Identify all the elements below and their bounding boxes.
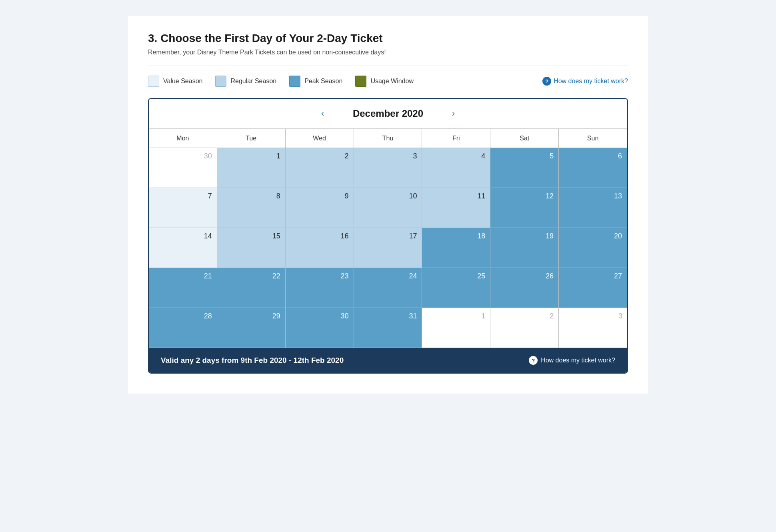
calendar-month-title: December 2020 bbox=[344, 108, 432, 119]
day-cell[interactable]: 10 bbox=[354, 188, 422, 228]
calendar-header: ‹ December 2020 › bbox=[149, 99, 627, 129]
day-cell[interactable]: 12 bbox=[490, 188, 559, 228]
legend-label-peak: Peak Season bbox=[304, 78, 342, 85]
day-cell[interactable]: 23 bbox=[286, 268, 354, 308]
help-link-label: How does my ticket work? bbox=[554, 78, 628, 85]
day-cell[interactable]: 31 bbox=[354, 308, 422, 348]
calendar-wrapper: ‹ December 2020 › MonTueWedThuFriSatSun3… bbox=[148, 98, 628, 374]
day-cell[interactable]: 29 bbox=[217, 308, 286, 348]
day-cell[interactable]: 8 bbox=[217, 188, 286, 228]
day-cell: 30 bbox=[149, 148, 217, 188]
day-cell: 2 bbox=[490, 308, 559, 348]
footer-validity: Valid any 2 days from 9th Feb 2020 - 12t… bbox=[161, 356, 344, 365]
legend-swatch-value bbox=[148, 76, 159, 87]
legend-item-regular: Regular Season bbox=[215, 76, 276, 87]
calendar-footer: Valid any 2 days from 9th Feb 2020 - 12t… bbox=[149, 348, 627, 373]
day-cell: 1 bbox=[422, 308, 490, 348]
day-cell[interactable]: 11 bbox=[422, 188, 490, 228]
day-cell[interactable]: 3 bbox=[354, 148, 422, 188]
day-header-tue: Tue bbox=[217, 129, 286, 148]
legend-item-usage: Usage Window bbox=[355, 76, 414, 87]
legend-label-regular: Regular Season bbox=[230, 78, 276, 85]
calendar-grid: MonTueWedThuFriSatSun3012345678910111213… bbox=[149, 129, 627, 348]
day-header-sat: Sat bbox=[490, 129, 559, 148]
day-header-sun: Sun bbox=[559, 129, 627, 148]
prev-month-button[interactable]: ‹ bbox=[317, 107, 328, 120]
day-cell[interactable]: 14 bbox=[149, 228, 217, 268]
day-cell[interactable]: 16 bbox=[286, 228, 354, 268]
legend-swatch-usage bbox=[355, 76, 366, 87]
page-container: 3. Choose the First Day of Your 2-Day Ti… bbox=[128, 16, 648, 394]
day-cell[interactable]: 25 bbox=[422, 268, 490, 308]
day-cell[interactable]: 24 bbox=[354, 268, 422, 308]
divider bbox=[148, 66, 628, 66]
legend-swatch-regular bbox=[215, 76, 226, 87]
day-cell[interactable]: 17 bbox=[354, 228, 422, 268]
day-header-wed: Wed bbox=[286, 129, 354, 148]
day-header-fri: Fri bbox=[422, 129, 490, 148]
day-cell[interactable]: 5 bbox=[490, 148, 559, 188]
day-cell: 3 bbox=[559, 308, 627, 348]
day-cell[interactable]: 9 bbox=[286, 188, 354, 228]
footer-help-label: How does my ticket work? bbox=[541, 357, 615, 364]
legend-label-value: Value Season bbox=[163, 78, 202, 85]
footer-help-icon: ? bbox=[529, 356, 538, 365]
day-cell[interactable]: 26 bbox=[490, 268, 559, 308]
day-cell[interactable]: 1 bbox=[217, 148, 286, 188]
next-month-button[interactable]: › bbox=[448, 107, 459, 120]
day-cell[interactable]: 7 bbox=[149, 188, 217, 228]
day-cell[interactable]: 22 bbox=[217, 268, 286, 308]
legend-label-usage: Usage Window bbox=[370, 78, 414, 85]
day-cell[interactable]: 15 bbox=[217, 228, 286, 268]
day-cell[interactable]: 2 bbox=[286, 148, 354, 188]
day-header-mon: Mon bbox=[149, 129, 217, 148]
day-cell[interactable]: 4 bbox=[422, 148, 490, 188]
footer-help-link[interactable]: ? How does my ticket work? bbox=[529, 356, 615, 365]
day-cell[interactable]: 30 bbox=[286, 308, 354, 348]
legend-item-peak: Peak Season bbox=[289, 76, 342, 87]
legend-item-value: Value Season bbox=[148, 76, 202, 87]
help-icon: ? bbox=[542, 77, 551, 86]
section-subtitle: Remember, your Disney Theme Park Tickets… bbox=[148, 49, 628, 56]
day-cell[interactable]: 18 bbox=[422, 228, 490, 268]
help-link[interactable]: ? How does my ticket work? bbox=[542, 77, 628, 86]
section-title: 3. Choose the First Day of Your 2-Day Ti… bbox=[148, 32, 628, 45]
day-cell[interactable]: 27 bbox=[559, 268, 627, 308]
day-cell[interactable]: 20 bbox=[559, 228, 627, 268]
day-cell[interactable]: 19 bbox=[490, 228, 559, 268]
day-cell[interactable]: 13 bbox=[559, 188, 627, 228]
day-cell[interactable]: 6 bbox=[559, 148, 627, 188]
day-cell[interactable]: 28 bbox=[149, 308, 217, 348]
day-cell[interactable]: 21 bbox=[149, 268, 217, 308]
legend-swatch-peak bbox=[289, 76, 300, 87]
day-header-thu: Thu bbox=[354, 129, 422, 148]
legend: Value SeasonRegular SeasonPeak SeasonUsa… bbox=[148, 76, 628, 87]
